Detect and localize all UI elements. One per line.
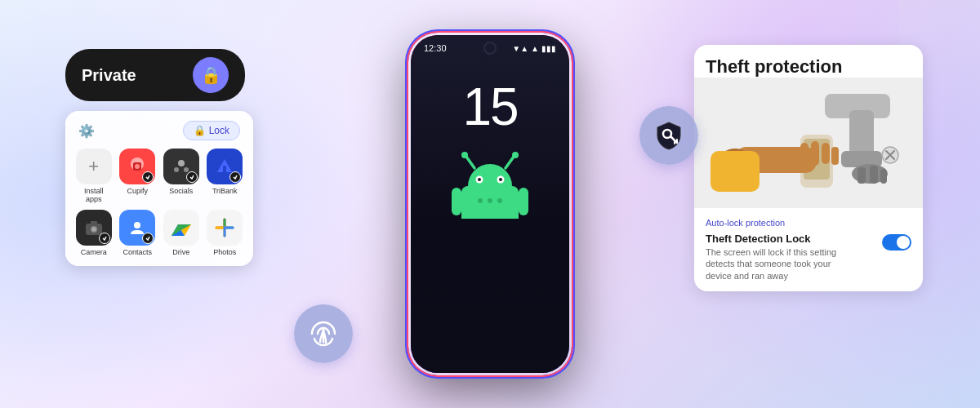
wifi-icon: ▲: [531, 44, 539, 53]
drive-icon: [163, 210, 199, 246]
contacts-label: Contacts: [122, 248, 152, 256]
theft-illustration: [694, 78, 923, 208]
signal-icon: ▼▲: [512, 44, 528, 53]
theft-card-image-area: Theft protection: [694, 45, 923, 208]
photos-icon: [207, 210, 243, 246]
phone: 12:30 ▼▲ ▲ ▮▮▮ 15: [408, 33, 572, 375]
cupify-label: Cupify: [127, 187, 148, 195]
list-item[interactable]: Contacts: [119, 210, 157, 256]
status-time: 12:30: [424, 43, 447, 53]
camera-icon: [76, 210, 112, 246]
svg-point-29: [488, 198, 492, 203]
left-panel: Private 🔒 ⚙️ 🔒 Lock + Install apps: [65, 49, 253, 266]
svg-rect-7: [223, 166, 226, 172]
camera-badge: [99, 233, 110, 244]
list-item[interactable]: Drive: [163, 210, 200, 256]
theft-card-title-area: Theft protection: [694, 45, 923, 78]
install-apps-label: Install apps: [75, 187, 113, 203]
lock-button-label: Lock: [209, 125, 229, 136]
list-item[interactable]: Camera: [75, 210, 113, 256]
private-pill[interactable]: Private 🔒: [65, 49, 245, 101]
fingerprint-icon: [309, 319, 338, 348]
gear-icon[interactable]: ⚙️: [78, 123, 95, 139]
svg-rect-53: [822, 143, 830, 164]
svg-rect-44: [880, 169, 887, 184]
phone-large-time: 15: [462, 81, 517, 133]
apps-grid: + Install apps Cupify: [75, 149, 243, 256]
list-item[interactable]: Socials: [163, 149, 200, 203]
list-item[interactable]: Photos: [207, 210, 244, 256]
svg-point-28: [478, 198, 483, 203]
socials-label: Socials: [169, 187, 193, 195]
svg-point-25: [499, 178, 502, 181]
lock-icon: 🔒: [201, 65, 221, 85]
tribank-icon: [207, 149, 243, 184]
svg-point-30: [497, 198, 502, 203]
photos-label: Photos: [213, 248, 236, 256]
camera-notch: [483, 42, 497, 55]
private-label: Private: [82, 66, 181, 85]
detection-lock-description: The screen will lock if this setting det…: [706, 246, 853, 282]
socials-badge: [186, 171, 198, 183]
svg-point-2: [135, 164, 140, 169]
list-item[interactable]: + Install apps: [75, 149, 113, 203]
svg-point-10: [91, 228, 96, 232]
svg-rect-43: [870, 166, 878, 184]
status-icons: ▼▲ ▲ ▮▮▮: [512, 44, 556, 53]
svg-point-5: [184, 167, 189, 172]
contacts-badge: [142, 233, 154, 244]
fingerprint-bubble: [294, 304, 353, 363]
socials-icon: [163, 149, 199, 184]
cupify-badge: [142, 171, 154, 183]
svg-rect-54: [831, 147, 839, 165]
svg-point-12: [134, 222, 140, 228]
private-lock-circle: 🔒: [193, 57, 229, 93]
phone-container: 12:30 ▼▲ ▲ ▮▮▮ 15: [408, 33, 572, 375]
theft-card: Theft protection: [694, 45, 923, 291]
auto-lock-label: Auto-lock protection: [706, 218, 911, 228]
tribank-badge: [229, 171, 241, 183]
app-drawer: ⚙️ 🔒 Lock + Install apps: [65, 111, 253, 266]
lock-button[interactable]: 🔒 Lock: [183, 121, 240, 140]
svg-rect-27: [519, 188, 528, 215]
svg-rect-26: [452, 188, 461, 215]
list-item[interactable]: TriBank: [207, 149, 244, 203]
tribank-label: TriBank: [212, 187, 238, 195]
svg-rect-51: [800, 143, 808, 166]
shield-bubble: [639, 106, 698, 165]
cupify-icon: [119, 149, 155, 184]
svg-point-3: [178, 160, 185, 166]
svg-point-18: [461, 152, 468, 158]
theft-card-content: Auto-lock protection Theft Detection Loc…: [694, 208, 923, 291]
detection-lock-text: Theft Detection Lock The screen will loc…: [706, 233, 853, 282]
install-apps-icon: +: [76, 149, 112, 184]
camera-label: Camera: [81, 248, 107, 256]
detection-lock-row: Theft Detection Lock The screen will loc…: [706, 233, 911, 282]
phone-screen: 12:30 ▼▲ ▲ ▮▮▮ 15: [411, 35, 569, 373]
svg-point-24: [478, 178, 481, 181]
svg-line-19: [506, 157, 514, 168]
drive-label: Drive: [172, 248, 189, 256]
svg-line-17: [466, 157, 474, 168]
contacts-icon: [119, 210, 155, 246]
theft-illustration-svg: [694, 78, 923, 208]
theft-detection-toggle[interactable]: [882, 234, 911, 251]
list-item[interactable]: Cupify: [119, 149, 157, 203]
battery-icon: ▮▮▮: [541, 44, 556, 53]
theft-title: Theft protection: [706, 56, 842, 77]
android-robot: [445, 145, 535, 222]
detection-lock-title: Theft Detection Lock: [706, 233, 853, 245]
drawer-top-bar: ⚙️ 🔒 Lock: [75, 121, 243, 140]
theft-protection-panel: Theft protection: [694, 45, 923, 291]
lock-small-icon: 🔒: [194, 125, 206, 136]
svg-rect-52: [811, 141, 819, 166]
svg-point-20: [512, 152, 519, 158]
svg-point-4: [174, 167, 179, 172]
shield-key-icon: [653, 119, 685, 152]
svg-rect-42: [858, 167, 866, 184]
svg-rect-50: [710, 151, 760, 192]
svg-rect-11: [91, 221, 97, 224]
